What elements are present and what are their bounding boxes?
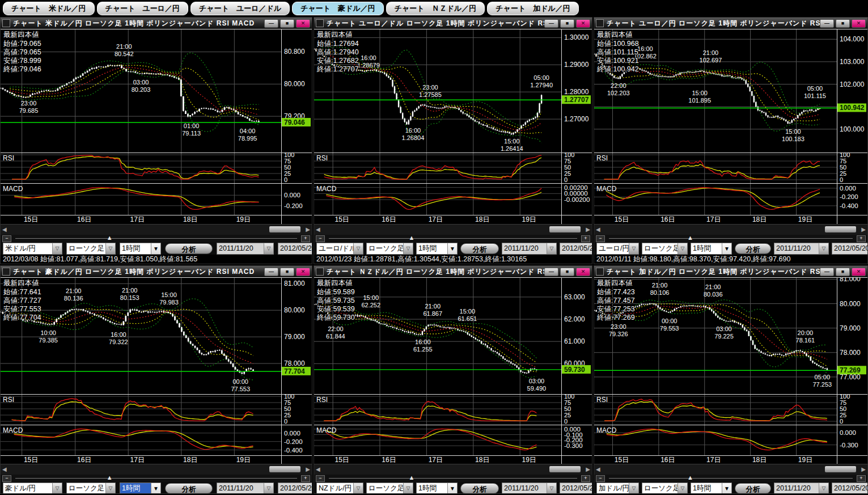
date-from-select[interactable]: 2011/11/20▽ bbox=[774, 243, 829, 255]
minimize-button[interactable]: — bbox=[264, 268, 278, 276]
scrollbar-thumb[interactable] bbox=[825, 226, 856, 232]
zoom-in-button[interactable]: + bbox=[301, 235, 310, 242]
maximize-button[interactable]: ■ bbox=[280, 19, 294, 28]
zoom-in-button[interactable]: + bbox=[581, 235, 590, 242]
zoom-in-button[interactable]: + bbox=[301, 475, 310, 482]
pair-select-dropdown-icon[interactable]: ▽ bbox=[353, 483, 363, 494]
date-from-select[interactable]: 2011/11/20▽ bbox=[502, 483, 557, 494]
pair-select[interactable]: NZドル/円▽ bbox=[316, 483, 363, 494]
date-to-select[interactable]: 2012/05/20▽ bbox=[278, 483, 312, 494]
chart-scrollbar[interactable]: ◀▶ bbox=[594, 224, 867, 235]
date-from-select-dropdown-icon[interactable]: ▽ bbox=[819, 243, 828, 254]
analyze-button[interactable]: 分析 bbox=[460, 483, 499, 494]
zoom-slider[interactable]: −+▲ bbox=[1, 235, 312, 242]
maximize-button[interactable]: ■ bbox=[560, 19, 574, 28]
candle-type-select-dropdown-icon[interactable]: ▽ bbox=[403, 243, 413, 254]
scroll-left-arrow[interactable]: ◀ bbox=[596, 466, 600, 473]
candle-type-select[interactable]: ローソク足▽ bbox=[66, 243, 116, 255]
date-from-select-dropdown-icon[interactable]: ▽ bbox=[547, 243, 556, 254]
candle-type-select-dropdown-icon[interactable]: ▽ bbox=[105, 483, 115, 494]
date-to-select[interactable]: 2012/05/20▽ bbox=[278, 243, 312, 255]
zoom-slider[interactable]: −+▲ bbox=[594, 235, 867, 242]
maximize-button[interactable]: ■ bbox=[836, 268, 850, 276]
zoom-in-button[interactable]: + bbox=[581, 475, 590, 482]
zoom-slider-thumb[interactable]: ▲ bbox=[409, 234, 415, 241]
zoom-slider[interactable]: −+▲ bbox=[1, 475, 312, 482]
scroll-left-arrow[interactable]: ◀ bbox=[2, 226, 7, 233]
interval-select-dropdown-icon[interactable]: ▼ bbox=[151, 243, 160, 254]
maximize-button[interactable]: ■ bbox=[280, 268, 294, 276]
close-button[interactable]: ✕ bbox=[852, 19, 866, 28]
interval-select[interactable]: 1時間▼ bbox=[120, 483, 161, 494]
zoom-slider-thumb[interactable]: ▲ bbox=[107, 234, 113, 241]
analyze-button[interactable]: 分析 bbox=[165, 483, 213, 494]
maximize-button[interactable]: ■ bbox=[560, 268, 574, 276]
chart-tab-4[interactable]: チャート ＮＺドル／円 bbox=[386, 2, 485, 15]
chart-tab-2[interactable]: チャート ユーロ／ドル bbox=[190, 2, 290, 15]
candle-type-select-dropdown-icon[interactable]: ▽ bbox=[403, 483, 413, 494]
scroll-right-arrow[interactable]: ▶ bbox=[586, 466, 590, 473]
interval-select[interactable]: 1時間▼ bbox=[691, 243, 732, 255]
chart-scrollbar[interactable]: ◀▶ bbox=[1, 224, 312, 235]
close-button[interactable]: ✕ bbox=[576, 19, 590, 28]
date-from-select[interactable]: 2011/11/20▽ bbox=[217, 483, 274, 494]
interval-select[interactable]: 1時間▼ bbox=[691, 483, 732, 494]
zoom-out-button[interactable]: − bbox=[316, 475, 325, 482]
maximize-button[interactable]: ■ bbox=[836, 19, 850, 28]
date-from-select-dropdown-icon[interactable]: ▽ bbox=[819, 483, 828, 494]
zoom-slider-thumb[interactable]: ▲ bbox=[107, 474, 113, 481]
scroll-right-arrow[interactable]: ▶ bbox=[306, 226, 310, 233]
minimize-button[interactable]: — bbox=[820, 268, 834, 276]
scroll-right-arrow[interactable]: ▶ bbox=[861, 466, 866, 473]
close-button[interactable]: ✕ bbox=[576, 268, 590, 276]
candle-type-select[interactable]: ローソク足▽ bbox=[642, 483, 688, 494]
pair-select[interactable]: ユーロ/ドル▽ bbox=[316, 243, 363, 255]
date-from-select[interactable]: 2011/11/20▽ bbox=[774, 483, 829, 494]
date-from-select-dropdown-icon[interactable]: ▽ bbox=[547, 483, 556, 494]
interval-select-dropdown-icon[interactable]: ▼ bbox=[447, 483, 457, 494]
zoom-slider[interactable]: −+▲ bbox=[314, 235, 592, 242]
candle-type-select[interactable]: ローソク足▽ bbox=[66, 483, 116, 494]
candle-type-select-dropdown-icon[interactable]: ▽ bbox=[105, 243, 115, 254]
minimize-button[interactable]: — bbox=[544, 19, 558, 28]
interval-select[interactable]: 1時間▼ bbox=[416, 243, 458, 255]
close-button[interactable]: ✕ bbox=[296, 19, 310, 28]
pair-select-dropdown-icon[interactable]: ▽ bbox=[629, 243, 638, 254]
candle-type-select[interactable]: ローソク足▽ bbox=[366, 243, 413, 255]
scroll-right-arrow[interactable]: ▶ bbox=[861, 226, 866, 233]
pair-select[interactable]: ユーロ/円▽ bbox=[596, 243, 639, 255]
chart-tab-3[interactable]: チャート 豪ドル／円 bbox=[292, 2, 384, 15]
chart-scrollbar[interactable]: ◀▶ bbox=[314, 464, 592, 475]
chart-tab-0[interactable]: チャート 米ドル／円 bbox=[3, 2, 95, 15]
scrollbar-thumb[interactable] bbox=[269, 226, 300, 232]
scroll-right-arrow[interactable]: ▶ bbox=[306, 466, 310, 473]
interval-select[interactable]: 1時間▼ bbox=[120, 243, 161, 255]
zoom-out-button[interactable]: − bbox=[596, 475, 605, 482]
date-from-select-dropdown-icon[interactable]: ▽ bbox=[264, 483, 273, 494]
zoom-slider-thumb[interactable]: ▲ bbox=[687, 474, 693, 481]
candle-type-select[interactable]: ローソク足▽ bbox=[366, 483, 413, 494]
scrollbar-thumb[interactable] bbox=[549, 466, 581, 472]
zoom-out-button[interactable]: − bbox=[316, 235, 325, 242]
zoom-out-button[interactable]: − bbox=[2, 235, 11, 242]
chart-scrollbar[interactable]: ◀▶ bbox=[314, 224, 592, 235]
date-to-select[interactable]: 2012/05/20▽ bbox=[832, 483, 868, 494]
scroll-left-arrow[interactable]: ◀ bbox=[316, 466, 320, 473]
interval-select-dropdown-icon[interactable]: ▼ bbox=[722, 483, 731, 494]
zoom-slider[interactable]: −+▲ bbox=[594, 475, 867, 482]
date-to-select[interactable]: 2012/05/20▽ bbox=[832, 243, 868, 255]
analyze-button[interactable]: 分析 bbox=[735, 243, 771, 254]
pair-select-dropdown-icon[interactable]: ▽ bbox=[353, 243, 363, 254]
minimize-button[interactable]: — bbox=[544, 268, 558, 276]
chart-scrollbar[interactable]: ◀▶ bbox=[594, 464, 867, 475]
pair-select-dropdown-icon[interactable]: ▽ bbox=[629, 483, 638, 494]
close-button[interactable]: ✕ bbox=[852, 268, 866, 276]
scrollbar-thumb[interactable] bbox=[825, 466, 856, 472]
chart-tab-5[interactable]: チャート 加ドル／円 bbox=[487, 2, 579, 15]
date-to-select[interactable]: 2012/05/20▽ bbox=[560, 243, 592, 255]
interval-select-dropdown-icon[interactable]: ▼ bbox=[151, 483, 160, 494]
pair-select[interactable]: 加ドル/円▽ bbox=[596, 483, 639, 494]
date-to-select[interactable]: 2012/05/20▽ bbox=[560, 483, 592, 494]
close-button[interactable]: ✕ bbox=[296, 268, 310, 276]
minimize-button[interactable]: — bbox=[820, 19, 834, 28]
